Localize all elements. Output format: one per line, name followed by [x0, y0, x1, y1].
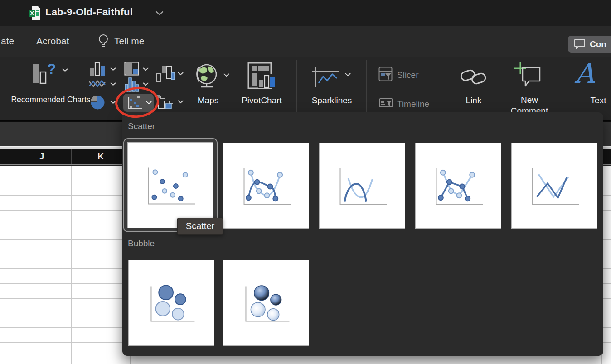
chevron-down-icon[interactable] — [223, 73, 229, 77]
scatter-straight-markers-tile[interactable] — [415, 143, 501, 229]
scatter-straight-markers-thumbnail — [416, 143, 501, 228]
slicer-label: Slicer — [397, 70, 419, 80]
text-icon[interactable]: A — [575, 60, 594, 86]
comments-button[interactable]: Con — [568, 36, 611, 53]
bubble-3d-thumbnail — [223, 260, 309, 345]
pie-chart-icon[interactable] — [90, 95, 105, 110]
scatter-straight-tile[interactable] — [511, 143, 597, 229]
group-divider — [7, 60, 7, 117]
group-divider — [366, 60, 367, 117]
link-icon[interactable] — [460, 66, 488, 88]
tab-partial-left[interactable]: ate — [1, 36, 14, 47]
scatter-chart-dropdown: Scatter — [122, 112, 603, 356]
sparklines-label[interactable]: Sparklines — [305, 96, 359, 105]
bubble-thumbnail — [129, 260, 214, 345]
text-label[interactable]: Text — [584, 96, 611, 105]
ribbon-tab-row: ate Acrobat Tell me Con — [0, 26, 611, 57]
scatter-plain-thumbnail — [128, 143, 213, 228]
pivotchart-label[interactable]: PivotChart — [233, 96, 290, 105]
link-label[interactable]: Link — [460, 96, 488, 105]
maps-icon[interactable] — [194, 63, 219, 89]
bubble-3d-tile[interactable] — [223, 260, 309, 346]
scatter-smooth-markers-thumbnail — [223, 143, 309, 228]
title-chevron-down-icon[interactable] — [155, 11, 164, 15]
comments-button-label: Con — [590, 39, 606, 49]
bubble-tile[interactable] — [128, 260, 214, 346]
chevron-down-icon[interactable] — [110, 82, 116, 86]
lightbulb-icon — [97, 34, 109, 49]
line-chart-icon[interactable] — [89, 79, 106, 89]
ribbon: ? Recommended Charts — [0, 57, 611, 121]
excel-doc-icon: X — [28, 6, 41, 20]
excel-window: J K X Lab-9-Old-Faithful ate Acrobat Tel… — [0, 0, 611, 364]
column-header-k[interactable]: K — [71, 152, 130, 162]
scatter-plain-tile[interactable] — [127, 142, 213, 228]
comment-bubble-icon — [574, 39, 586, 49]
tab-acrobat[interactable]: Acrobat — [36, 36, 69, 47]
pivotchart-icon[interactable] — [247, 62, 276, 90]
hierarchy-chart-icon[interactable] — [124, 62, 139, 76]
chevron-down-icon[interactable] — [143, 67, 149, 71]
tab-tell-me[interactable]: Tell me — [114, 36, 145, 47]
scatter-smooth-markers-tile[interactable] — [223, 143, 309, 229]
tooltip: Scatter — [177, 218, 223, 235]
group-divider — [450, 60, 450, 117]
chevron-down-icon[interactable] — [110, 67, 116, 71]
group-divider — [563, 60, 563, 117]
waterfall-chart-icon[interactable] — [156, 65, 175, 83]
scatter-smooth-thumbnail — [320, 143, 405, 228]
scatter-smooth-tile[interactable] — [319, 143, 405, 229]
svg-text:X: X — [30, 10, 34, 17]
recommended-charts-label[interactable]: Recommended Charts — [10, 95, 92, 105]
chevron-down-icon[interactable] — [62, 68, 68, 72]
slicer-icon — [378, 67, 393, 81]
chevron-down-icon[interactable] — [143, 82, 149, 86]
group-divider — [499, 60, 499, 117]
column-header-j[interactable]: J — [12, 152, 71, 162]
document-title[interactable]: Lab-9-Old-Faithful — [45, 6, 133, 18]
sparklines-icon[interactable] — [311, 66, 340, 88]
new-comment-icon[interactable] — [514, 62, 543, 88]
svg-text:?: ? — [47, 62, 55, 77]
timeline-icon — [379, 97, 393, 109]
column-chart-icon[interactable] — [89, 62, 106, 76]
maps-label[interactable]: Maps — [183, 96, 233, 105]
chevron-down-icon[interactable] — [345, 73, 351, 77]
scatter-section-label: Scatter — [128, 121, 155, 131]
bubble-section-label: Bubble — [128, 239, 155, 249]
titlebar: X Lab-9-Old-Faithful — [0, 0, 611, 26]
chevron-down-icon[interactable] — [178, 72, 184, 76]
group-divider — [296, 60, 297, 117]
scatter-straight-thumbnail — [512, 143, 597, 228]
timeline-label: Timeline — [397, 99, 429, 109]
recommended-charts-icon[interactable]: ? — [32, 62, 55, 89]
